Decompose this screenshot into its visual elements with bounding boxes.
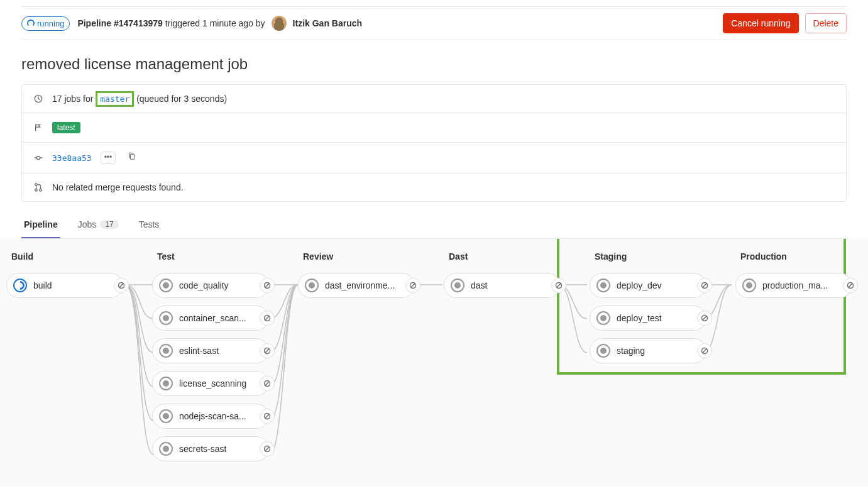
pending-status-icon [305, 278, 319, 292]
svg-line-25 [557, 284, 561, 287]
job-pill[interactable]: nodejs-scan-sa... [152, 404, 269, 429]
stage-column: Reviewdast_environme... [298, 251, 415, 461]
stage-column: Productionproduction_ma... [735, 251, 852, 461]
running-spinner-icon [27, 19, 35, 27]
cancel-job-icon[interactable] [260, 278, 275, 293]
pending-status-icon [159, 409, 173, 423]
job-pill[interactable]: container_scan... [152, 306, 269, 331]
job-pill[interactable]: license_scanning [152, 371, 269, 396]
svg-line-29 [703, 316, 706, 320]
branch-link[interactable]: master [96, 91, 134, 107]
pending-status-icon [159, 442, 173, 456]
cancel-job-icon[interactable] [114, 278, 129, 293]
job-pill[interactable]: production_ma... [735, 273, 852, 298]
cancel-job-icon[interactable] [551, 278, 566, 293]
svg-point-5 [35, 189, 38, 192]
job-pill[interactable]: staging [590, 338, 706, 363]
commit-row: 33e8aa53 ••• [22, 143, 846, 174]
pending-status-icon [451, 278, 464, 292]
stage-column: Testcode_qualitycontainer_scan...eslint-… [152, 251, 269, 461]
pending-status-icon [159, 278, 173, 292]
job-name: container_scan... [179, 313, 262, 323]
pipeline-graph: CD BuildbuildTestcode_qualitycontainer_s… [0, 239, 868, 487]
svg-line-27 [703, 284, 706, 287]
author-name[interactable]: Itzik Gan Baruch [293, 18, 362, 28]
cancel-job-icon[interactable] [697, 343, 712, 358]
pending-status-icon [596, 311, 610, 325]
running-status-icon [13, 278, 27, 292]
job-name: eslint-sast [179, 346, 262, 356]
commit-icon [33, 153, 43, 162]
cancel-running-button[interactable]: Cancel running [723, 13, 798, 33]
delete-button[interactable]: Delete [805, 13, 847, 33]
tab-tests[interactable]: Tests [136, 212, 162, 238]
mr-row: No related merge requests found. [22, 174, 846, 201]
pending-status-icon [159, 344, 173, 358]
cd-arrow-icon [432, 239, 571, 243]
status-badge[interactable]: running [21, 16, 70, 31]
job-name: secrets-sast [179, 444, 262, 454]
job-pill[interactable]: dast_environme... [298, 273, 415, 298]
job-pill[interactable]: secrets-sast [152, 436, 269, 461]
svg-point-1 [36, 156, 40, 159]
stage-title: Production [735, 251, 852, 262]
svg-line-31 [703, 349, 706, 353]
jobs-count-badge: 17 [100, 220, 118, 229]
copy-sha-button[interactable] [124, 152, 138, 164]
stage-title: Test [152, 251, 269, 262]
stage-title: Build [6, 251, 123, 262]
svg-line-19 [265, 414, 269, 418]
cancel-job-icon[interactable] [260, 376, 275, 391]
svg-line-33 [849, 284, 852, 287]
job-pill[interactable]: deploy_dev [590, 273, 706, 298]
cancel-job-icon[interactable] [697, 311, 712, 326]
svg-line-23 [411, 284, 415, 287]
cancel-job-icon[interactable] [843, 278, 858, 293]
job-pill[interactable]: dast [444, 273, 561, 298]
svg-line-15 [265, 349, 269, 353]
stage-title: Review [298, 251, 415, 262]
cancel-job-icon[interactable] [260, 311, 275, 326]
pending-status-icon [159, 377, 173, 390]
pipeline-info: Pipeline #147413979 triggered 1 minute a… [77, 16, 362, 31]
job-pill[interactable]: build [6, 273, 123, 298]
svg-line-17 [265, 382, 269, 385]
pending-status-icon [596, 278, 610, 292]
flag-icon [33, 123, 43, 132]
job-pill[interactable]: deploy_test [590, 306, 706, 331]
tabs: Pipeline Jobs 17 Tests [21, 212, 847, 239]
stage-title: Staging [590, 251, 706, 262]
job-name: dast_environme... [325, 280, 408, 290]
more-button[interactable]: ••• [101, 152, 116, 164]
job-name: nodejs-scan-sa... [179, 411, 262, 421]
stage-column: Dastdast [444, 251, 561, 461]
cancel-job-icon[interactable] [405, 278, 420, 293]
tab-pipeline[interactable]: Pipeline [21, 212, 60, 238]
stage-title: Dast [444, 251, 561, 262]
stage-column: Buildbuild [6, 251, 123, 461]
pipeline-header: running Pipeline #147413979 triggered 1 … [21, 6, 847, 40]
svg-rect-3 [131, 155, 135, 160]
svg-line-21 [265, 447, 269, 451]
svg-line-13 [265, 316, 269, 320]
svg-line-9 [119, 284, 123, 287]
jobs-row: 17 jobs for master (queued for 3 seconds… [22, 85, 846, 113]
job-pill[interactable]: eslint-sast [152, 338, 269, 363]
page-title: removed license management job [21, 55, 847, 73]
status-text: running [37, 19, 64, 28]
svg-line-11 [265, 284, 269, 287]
commit-sha-link[interactable]: 33e8aa53 [52, 153, 92, 163]
cancel-job-icon[interactable] [260, 441, 275, 456]
avatar[interactable] [272, 16, 287, 31]
tab-jobs[interactable]: Jobs 17 [75, 212, 121, 238]
pending-status-icon [596, 344, 610, 358]
job-name: deploy_test [617, 313, 700, 323]
pending-status-icon [159, 311, 173, 325]
job-name: code_quality [179, 280, 262, 290]
job-pill[interactable]: code_quality [152, 273, 269, 298]
svg-point-4 [35, 184, 38, 186]
latest-row: latest [22, 113, 846, 143]
cancel-job-icon[interactable] [260, 343, 275, 358]
cancel-job-icon[interactable] [697, 278, 712, 293]
cancel-job-icon[interactable] [260, 409, 275, 424]
